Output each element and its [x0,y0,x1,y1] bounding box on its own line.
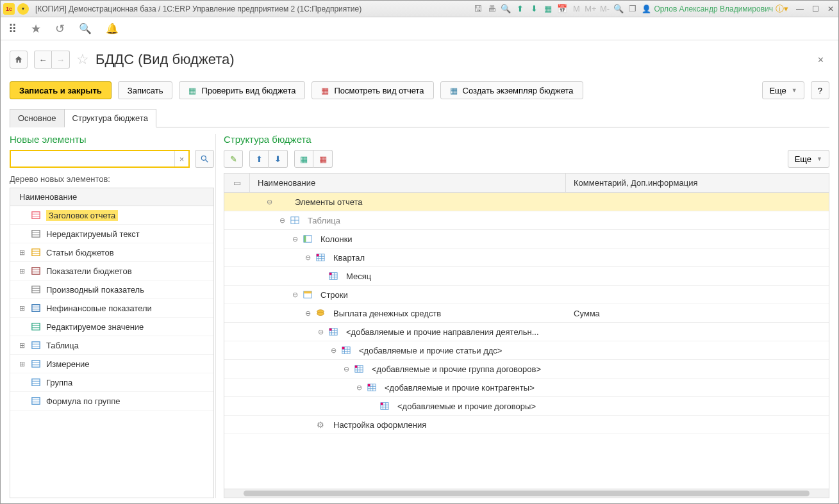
row-icon [315,308,326,318]
item-icon [31,359,41,369]
bell-icon[interactable]: 🔔 [106,22,119,35]
doc-out-icon[interactable]: ⬆ [515,4,525,14]
grid-row[interactable]: ⊖<добавляемые и прочие направления деяте… [224,323,829,341]
row-toggle-icon[interactable]: ⊖ [317,328,324,336]
row-toggle-icon[interactable]: ⊖ [304,309,312,318]
zoom-icon[interactable]: 🔍 [613,4,624,14]
calc-icon[interactable]: ▦ [543,4,553,14]
print-icon[interactable]: 🖶 [486,4,497,14]
search-input[interactable] [11,151,174,167]
save-button[interactable]: Записать [118,81,173,99]
move-up-button[interactable]: ⬆ [249,150,269,168]
doc-in-icon[interactable]: ⬇ [529,4,539,14]
close-icon[interactable]: ✕ [826,4,836,14]
row-toggle-icon[interactable]: ⊖ [342,365,350,373]
tree-item[interactable]: Нередактируемый текст [10,225,213,243]
grid-header-comment[interactable]: Комментарий, Доп.информация [566,174,829,192]
search-button[interactable] [195,150,214,168]
row-label: Строки [320,290,348,300]
grid-row[interactable]: Месяц [224,267,829,286]
mem-m-icon[interactable]: M [571,4,581,14]
row-toggle-icon[interactable]: ⊖ [265,198,273,206]
horizontal-scrollbar[interactable] [224,489,829,498]
page-close-button[interactable]: ✕ [812,53,829,67]
more-button[interactable]: Еще▼ [762,81,804,99]
help-button[interactable]: ? [811,81,829,99]
tree-item[interactable]: Редактируемое значение [10,318,213,336]
edit-button[interactable]: ✎ [224,150,243,168]
grid-row[interactable]: ⊖Таблица [224,211,829,230]
grid-header-name[interactable]: Наименование [250,174,566,192]
tree-item[interactable]: Заголовок отчета [10,206,213,225]
svg-rect-5 [32,231,40,238]
info-icon[interactable]: ⓘ▾ [777,4,787,14]
apps-icon[interactable]: ⠿ [8,22,17,36]
move-down-button[interactable]: ⬇ [269,150,288,168]
grid-row[interactable]: ⊖Строки [224,286,829,304]
toggle-icon[interactable]: ⊞ [18,341,26,350]
check-budget-label: Проверить вид бюджета [201,86,295,95]
search-icon[interactable]: 🔍 [79,22,92,35]
item-icon [31,321,41,332]
tab-structure[interactable]: Структура бюджета [64,109,156,127]
grid-header-marker[interactable]: ▭ [224,174,250,192]
back-button[interactable]: ← [34,51,52,69]
right-more-button[interactable]: Еще▼ [788,150,829,168]
tree-item[interactable]: ⊞Статьи бюджетов [10,243,213,262]
tree-item[interactable]: Производный показатель [10,280,213,299]
search-clear-button[interactable]: × [174,151,188,167]
del-col-button[interactable]: ▦ [313,150,333,168]
minimize-icon[interactable]: — [795,4,805,14]
toggle-icon[interactable]: ⊞ [18,248,26,257]
grid-row[interactable]: ⊖<добавляемые и прочие контрагенты> [224,378,829,397]
calendar-icon[interactable]: 📅 [557,4,567,14]
save-icon[interactable]: 🖫 [472,4,483,14]
toggle-icon[interactable]: ⊞ [18,304,26,313]
toggle-icon[interactable]: ⊞ [18,360,26,368]
maximize-icon[interactable]: ☐ [810,4,820,14]
tree-item[interactable]: ⊞Таблица [10,336,213,355]
check-budget-button[interactable]: ▦ Проверить вид бюджета [179,81,305,99]
grid-row[interactable]: ⊖Элементы отчета [224,193,829,211]
grid-row[interactable]: ⊖Квартал [224,248,829,267]
titlebar-dropdown-icon[interactable]: ▼ [17,3,29,15]
tree-item[interactable]: ⊞Измерение [10,355,213,373]
row-toggle-icon[interactable]: ⊖ [329,346,337,355]
create-instance-button[interactable]: ▦ Создать экземпляр бюджета [440,81,583,99]
history-icon[interactable]: ↺ [55,22,65,36]
tree-item[interactable]: Группа [10,373,213,392]
svg-rect-51 [329,273,332,275]
row-toggle-icon[interactable]: ⊖ [304,254,312,262]
view-report-button[interactable]: ▦ Посмотреть вид отчета [312,81,433,99]
windows-icon[interactable]: ❐ [627,4,638,14]
star-icon[interactable]: ☆ [76,51,89,68]
scrollbar-thumb[interactable] [244,491,810,496]
mem-mminus-icon[interactable]: M- [599,4,610,14]
row-toggle-icon[interactable]: ⊖ [278,216,286,225]
row-label: Настройка оформления [333,420,426,430]
save-close-button[interactable]: Записать и закрыть [10,81,112,99]
search-box: × [10,150,190,168]
grid-row[interactable]: <добавляемые и прочие договоры> [224,397,829,416]
tree-item[interactable]: ⊞Нефинансовые показатели [10,299,213,318]
user-label[interactable]: 👤 Орлов Александр Владимирович [642,4,773,13]
row-toggle-icon[interactable]: ⊖ [291,235,299,243]
home-button[interactable] [10,51,28,69]
favorite-icon[interactable]: ★ [31,22,41,36]
add-col-button[interactable]: ▦ [294,150,313,168]
grid-row[interactable]: ⚙Настройка оформления [224,416,829,434]
grid-row[interactable]: ⊖Выплата денежных средствСумма [224,304,829,323]
tab-main[interactable]: Основное [10,109,64,127]
grid-row[interactable]: ⊖<добавляемые и прочие статьи ддс> [224,341,829,360]
toggle-icon[interactable]: ⊞ [18,267,26,275]
row-label: Месяц [346,272,371,281]
grid-row[interactable]: ⊖Колонки [224,230,829,248]
tree-item[interactable]: ⊞Показатели бюджетов [10,262,213,280]
preview-icon[interactable]: 🔍 [501,4,511,14]
grid-row[interactable]: ⊖<добавляемые и прочие группа договоров> [224,360,829,378]
row-toggle-icon[interactable]: ⊖ [291,291,299,299]
tree-item[interactable]: Формула по группе [10,392,213,411]
row-toggle-icon[interactable]: ⊖ [355,384,363,392]
forward-button[interactable]: → [52,51,70,69]
mem-mplus-icon[interactable]: M+ [585,4,595,14]
